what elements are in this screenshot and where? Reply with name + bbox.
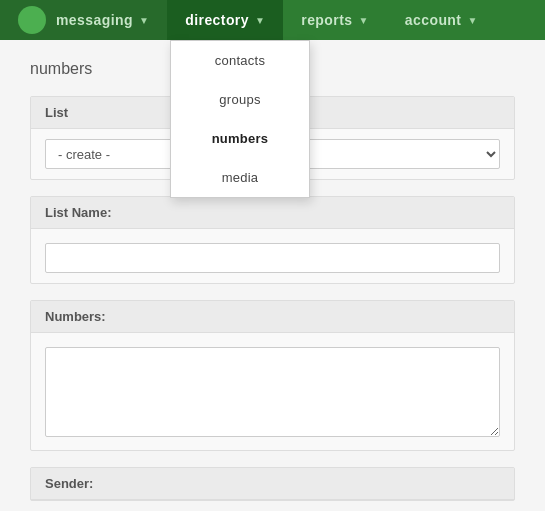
numbers-body [31,333,514,450]
nav-messaging[interactable]: messaging ▼ [0,0,167,40]
nav-account[interactable]: account ▼ [387,0,496,40]
directory-dropdown: contacts groups numbers media [170,40,310,198]
dropdown-media[interactable]: media [171,158,309,197]
nav-directory[interactable]: directory ▼ [167,0,283,40]
list-name-header: List Name: [31,197,514,229]
directory-chevron-icon: ▼ [255,15,265,26]
user-avatar [18,6,46,34]
sender-section: Sender: [30,467,515,501]
dropdown-groups[interactable]: groups [171,80,309,119]
list-name-input[interactable] [45,243,500,273]
numbers-section: Numbers: [30,300,515,451]
sender-header: Sender: [31,468,514,500]
numbers-header: Numbers: [31,301,514,333]
dropdown-numbers[interactable]: numbers [171,119,309,158]
navbar: messaging ▼ directory ▼ reports ▼ accoun… [0,0,545,40]
list-name-body [31,229,514,283]
nav-reports[interactable]: reports ▼ [283,0,387,40]
numbers-textarea[interactable] [45,347,500,437]
nav-reports-label: reports [301,12,352,28]
nav-messaging-label: messaging [56,12,133,28]
nav-directory-label: directory [185,12,249,28]
list-name-section: List Name: [30,196,515,284]
dropdown-contacts[interactable]: contacts [171,41,309,80]
nav-account-label: account [405,12,462,28]
account-chevron-icon: ▼ [467,15,477,26]
messaging-chevron-icon: ▼ [139,15,149,26]
reports-chevron-icon: ▼ [358,15,368,26]
